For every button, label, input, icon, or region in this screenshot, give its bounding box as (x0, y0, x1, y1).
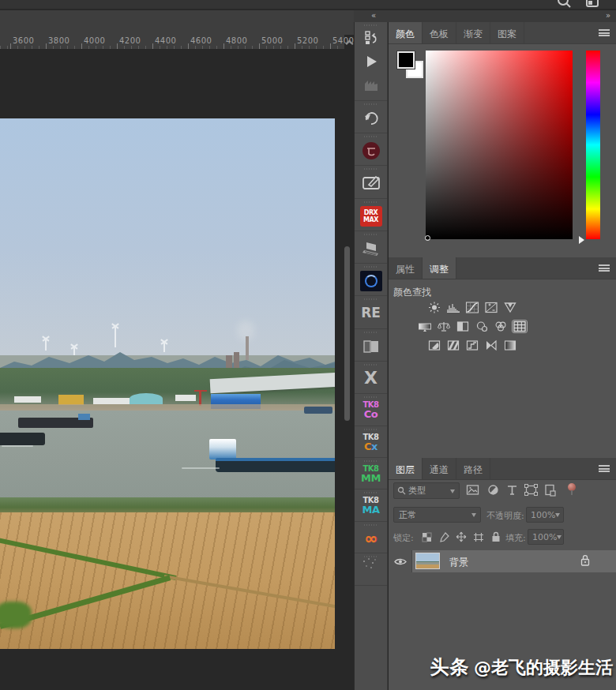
opacity-value[interactable]: 100% (531, 510, 555, 520)
color-balance-icon[interactable] (437, 321, 451, 332)
lock-all-icon[interactable] (491, 531, 501, 542)
extension-button[interactable]: ∞ (355, 521, 387, 553)
extension-button[interactable] (355, 263, 387, 295)
extension-button[interactable] (355, 165, 387, 198)
field-green-patch (0, 602, 32, 628)
tab-patterns[interactable]: 图案 (490, 22, 524, 43)
panel-grip (364, 396, 378, 398)
extension-button[interactable]: DRX MAX (355, 198, 387, 231)
actions-panel-icon[interactable] (355, 26, 387, 50)
chevron-down-icon (555, 513, 560, 519)
filter-kind-select[interactable]: 类型 (393, 482, 460, 499)
lock-transparent-pixels-icon[interactable] (422, 532, 432, 542)
extension-button[interactable]: X (355, 361, 387, 393)
black-white-icon[interactable] (456, 321, 470, 332)
tab-paths[interactable]: 路径 (456, 458, 490, 479)
opacity-label: 不透明度: (486, 510, 524, 522)
blend-mode-select[interactable]: 正常 (393, 507, 481, 523)
tab-adjustments[interactable]: 调整 (423, 257, 456, 279)
extension-button[interactable]: TK8 Cx (355, 426, 387, 457)
channel-mixer-icon[interactable] (494, 321, 508, 332)
tab-channels[interactable]: 通道 (423, 458, 456, 479)
pixel-layer-filter-icon[interactable] (466, 484, 479, 496)
photo-document[interactable] (0, 118, 335, 649)
threshold-icon[interactable] (465, 339, 479, 351)
extension-button[interactable] (355, 231, 387, 263)
fill-select[interactable]: 100% (528, 529, 564, 545)
tab-swatches[interactable]: 色板 (423, 22, 456, 43)
ship-wheelhouse (209, 439, 236, 459)
saturation-brightness-field[interactable] (426, 51, 573, 239)
adjustment-hover-label: 颜色查找 (393, 286, 431, 299)
extension-button[interactable] (355, 133, 387, 165)
canvas-area: 3600 3800 4000 4200 4400 4600 4800 5000 … (0, 10, 354, 690)
lock-image-pixels-icon[interactable] (439, 532, 449, 542)
exposure-icon[interactable] (484, 302, 498, 313)
lock-position-icon[interactable] (456, 531, 467, 542)
color-field-marker[interactable] (425, 235, 430, 241)
panel-menu-icon[interactable] (599, 465, 610, 472)
foreground-background-swatches[interactable] (397, 51, 426, 80)
shore-buildings (175, 395, 196, 401)
opacity-select[interactable]: 100% (526, 507, 564, 523)
photo-filter-icon[interactable] (475, 321, 489, 332)
tab-color[interactable]: 颜色 (389, 22, 423, 43)
layer-visibility-cell[interactable] (389, 550, 412, 572)
panel-grip (364, 492, 378, 493)
lock-artboard-icon[interactable] (473, 532, 484, 542)
type-layer-filter-icon[interactable] (506, 484, 518, 496)
wind-turbine (115, 325, 116, 347)
eye-icon[interactable] (394, 557, 407, 566)
hue-saturation-icon[interactable] (418, 321, 432, 332)
smart-object-filter-icon[interactable] (544, 484, 556, 497)
shape-layer-filter-icon[interactable] (524, 484, 538, 496)
workspace-switcher-icon[interactable] (585, 0, 599, 9)
vibrance-icon[interactable] (503, 302, 517, 313)
extension-button[interactable] (355, 328, 387, 361)
tab-properties[interactable]: 属性 (389, 257, 423, 279)
color-lookup-icon[interactable] (513, 321, 527, 332)
collapse-panels-icon[interactable]: « (371, 11, 375, 20)
search-icon[interactable] (556, 0, 572, 9)
fill-value[interactable]: 100% (532, 532, 557, 542)
play-icon[interactable] (355, 50, 387, 73)
extension-button[interactable]: TK8 MA (355, 489, 387, 521)
tab-layers[interactable]: 图层 (389, 458, 423, 479)
hue-slider-handle[interactable] (579, 236, 588, 244)
adjustment-layer-filter-icon[interactable] (487, 484, 499, 496)
brightness-contrast-icon[interactable] (427, 302, 441, 313)
curves-icon[interactable] (465, 302, 479, 313)
canvas-vertical-scrollbar[interactable] (344, 246, 350, 421)
filter-toggle-icon[interactable] (568, 483, 576, 491)
extension-button[interactable]: TK8 Co (355, 393, 387, 426)
layer-row-background[interactable]: 背景 (389, 550, 616, 572)
panels-dock: 颜色 色板 渐变 图案 属性 调整 (389, 22, 616, 690)
invert-icon[interactable] (427, 339, 441, 351)
extension-button[interactable]: RE (355, 295, 387, 328)
watermark-handle: @老飞的摄影生活 (474, 658, 613, 677)
extension-group (355, 24, 387, 100)
layer-thumbnail[interactable] (415, 553, 440, 569)
lock-label: 锁定: (393, 532, 414, 544)
levels-icon[interactable] (446, 302, 460, 313)
extension-button[interactable]: TK8 MM (355, 457, 387, 489)
foreground-color-swatch[interactable] (397, 51, 415, 69)
ship-wake (182, 467, 220, 469)
panel-grip (364, 556, 378, 557)
wind-turbine (45, 338, 47, 351)
factory-chimney (246, 336, 249, 360)
panel-grip (364, 201, 378, 203)
layer-name[interactable]: 背景 (449, 556, 468, 569)
selective-color-icon[interactable] (503, 339, 517, 351)
hue-slider[interactable] (586, 51, 600, 239)
tab-gradients[interactable]: 渐变 (456, 22, 490, 43)
bridge-dim-icon[interactable] (355, 73, 387, 97)
gradient-map-icon[interactable] (484, 339, 498, 351)
extension-button[interactable] (355, 553, 387, 585)
panel-menu-icon[interactable] (599, 29, 610, 36)
panel-menu-icon[interactable] (599, 264, 610, 272)
extension-button[interactable] (355, 100, 387, 133)
expand-panels-icon[interactable]: » (606, 11, 610, 20)
tk8-mm-label: TK8 MM (355, 465, 387, 483)
posterize-icon[interactable] (446, 339, 460, 351)
